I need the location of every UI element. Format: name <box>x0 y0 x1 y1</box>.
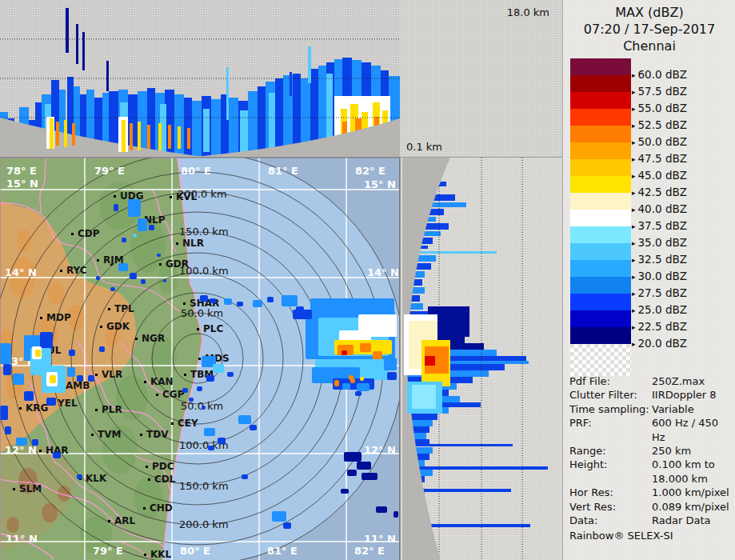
xz-projection-chart <box>0 0 400 157</box>
legend-tick-icon: ▸ <box>632 206 636 214</box>
legend-tick-icon: ▸ <box>632 172 636 180</box>
city-label: YEL <box>57 398 78 409</box>
product-datetime: 07:20 / 17-Sep-2017 <box>563 21 735 38</box>
legend-label: ▸52.5 dBZ <box>632 118 687 131</box>
city-dot <box>95 409 98 411</box>
legend-tick-icon: ▸ <box>632 71 636 79</box>
city-label: MDP <box>46 312 71 323</box>
svg-text:82° E: 82° E <box>354 545 385 557</box>
legend-tick-icon: ▸ <box>632 273 636 281</box>
city-label: VLR <box>102 369 122 380</box>
city-dot <box>40 317 42 319</box>
legend-swatch <box>570 210 631 226</box>
city-dot <box>144 381 146 383</box>
legend-panel: MAX (dBZ) 07:20 / 17-Sep-2017 Chennai ▸6… <box>562 0 735 560</box>
xz-max-projection-panel <box>0 0 400 157</box>
svg-text:14° N: 14° N <box>5 266 37 278</box>
legend-tick-icon: ▸ <box>632 290 636 298</box>
city-dot <box>146 466 148 468</box>
radar-map: 78° E79° E80° E81° E82° E79° E80° E81° E… <box>0 158 400 560</box>
city-dot <box>140 434 142 436</box>
svg-text:80° E: 80° E <box>180 545 210 557</box>
legend-swatch <box>570 294 631 310</box>
city-dot <box>108 308 110 310</box>
zy-projection-chart <box>401 158 563 560</box>
terrain-patch <box>17 230 31 252</box>
city-label: NLR <box>182 238 204 249</box>
city-dot <box>39 450 42 452</box>
city-dot <box>171 422 174 425</box>
city-dot <box>148 478 150 481</box>
terrain-patch <box>42 503 58 522</box>
legend-swatch <box>570 226 631 243</box>
svg-text:80° E: 80° E <box>181 165 211 177</box>
city-label: CDL <box>154 474 176 485</box>
city-dot <box>97 259 99 262</box>
city-label: KKL <box>150 549 172 560</box>
city-label: TDV <box>146 429 169 440</box>
legend-tick-icon: ▸ <box>632 155 636 163</box>
svg-text:50.0 km: 50.0 km <box>181 400 223 412</box>
city-label: CHD <box>150 502 173 514</box>
city-dot <box>135 338 138 340</box>
svg-text:150.0 km: 150.0 km <box>179 480 229 492</box>
svg-text:15° N: 15° N <box>364 178 396 190</box>
legend-swatch <box>570 142 631 159</box>
legend-swatch <box>570 260 631 277</box>
city-dot <box>71 233 74 235</box>
city-label: AMB <box>66 380 90 391</box>
software-branding: Rainbow® SELEX-SI <box>569 529 733 542</box>
city-label: KLK <box>86 473 107 484</box>
legend-swatch <box>570 277 631 294</box>
legend-tick-icon: ▸ <box>632 323 636 331</box>
city-label: KAN <box>150 376 174 387</box>
metadata-row: 18.000 km <box>569 472 733 486</box>
terrain-patch <box>6 517 19 533</box>
legend-no-data-swatch <box>570 344 631 376</box>
metadata-row: Range:250 km <box>569 444 733 458</box>
legend-swatch <box>570 159 631 176</box>
city-dot <box>197 328 199 330</box>
city-label: NGR <box>142 333 165 344</box>
metadata-row: Height:0.100 km to <box>569 458 733 471</box>
city-dot <box>156 394 158 396</box>
metadata-row: Clutter Filter:IIRDoppler 8 <box>569 388 733 402</box>
legend-tick-icon: ▸ <box>632 122 636 130</box>
legend-tick-icon: ▸ <box>632 105 636 113</box>
metadata-row: Data:Radar Data <box>569 514 733 527</box>
legend-swatch <box>570 126 631 142</box>
legend-label: ▸27.5 dBZ <box>632 286 687 299</box>
city-label: PLC <box>203 323 223 334</box>
metadata-row: Time sampling:Variable <box>569 402 733 416</box>
legend-tick-icon: ▸ <box>632 88 636 96</box>
city-dot <box>198 358 201 360</box>
svg-text:79° E: 79° E <box>94 165 125 177</box>
legend-tick-icon: ▸ <box>632 306 636 314</box>
city-dot <box>100 326 102 328</box>
legend-swatch <box>570 58 631 75</box>
city-label: KVL <box>176 191 198 202</box>
legend-label: ▸42.5 dBZ <box>632 186 687 198</box>
city-label: TPL <box>114 303 134 314</box>
legend-swatch <box>570 176 631 193</box>
legend-swatch <box>570 75 631 92</box>
city-dot <box>114 195 116 198</box>
legend-tick-icon: ▸ <box>632 138 636 146</box>
legend-tick-icon: ▸ <box>632 189 636 197</box>
city-label: SLM <box>19 483 42 494</box>
svg-text:14° N: 14° N <box>367 266 399 278</box>
city-dot <box>91 434 94 436</box>
svg-text:50.0 km: 50.0 km <box>181 307 223 319</box>
station-name: Chennai <box>563 38 735 54</box>
legend-label: ▸55.0 dBZ <box>632 102 687 114</box>
svg-text:200.0 km: 200.0 km <box>179 518 229 530</box>
product-title: MAX (dBZ) <box>563 4 735 21</box>
product-metadata: Pdf File:250Z.maxClutter Filter:IIRDoppl… <box>569 374 733 543</box>
legend-label: ▸20.0 dBZ <box>632 337 687 350</box>
svg-text:81° E: 81° E <box>268 165 298 177</box>
svg-text:12° N: 12° N <box>5 444 37 456</box>
svg-text:79° E: 79° E <box>93 545 123 557</box>
legend-label: ▸40.0 dBZ <box>632 202 687 215</box>
city-dot <box>183 302 186 305</box>
color-scale <box>570 58 631 376</box>
